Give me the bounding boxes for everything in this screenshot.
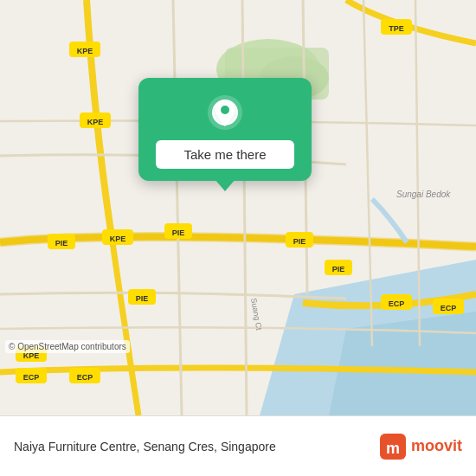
svg-text:KPE: KPE bbox=[77, 47, 93, 55]
location-popup: Take me there bbox=[138, 78, 312, 181]
svg-text:KPE: KPE bbox=[87, 118, 104, 126]
svg-text:ECP: ECP bbox=[389, 299, 405, 308]
map-attribution: © OpenStreetMap contributors bbox=[5, 340, 130, 353]
svg-text:KPE: KPE bbox=[110, 235, 126, 243]
svg-text:PIE: PIE bbox=[332, 265, 345, 273]
location-label: Naiya Furniture Centre, Senang Cres, Sin… bbox=[14, 440, 380, 453]
svg-text:ECP: ECP bbox=[77, 373, 93, 382]
svg-text:Sungai Bedok: Sungai Bedok bbox=[396, 190, 451, 199]
svg-text:PIE: PIE bbox=[55, 239, 68, 248]
svg-text:TPE: TPE bbox=[389, 24, 404, 33]
location-pin-icon bbox=[206, 93, 244, 132]
svg-text:ECP: ECP bbox=[23, 373, 40, 382]
bottom-bar: Naiya Furniture Centre, Senang Cres, Sin… bbox=[0, 415, 476, 476]
svg-text:PIE: PIE bbox=[172, 228, 185, 237]
map-container: KPE KPE KPE KPE PIE PIE PIE ECP ECP ECP … bbox=[0, 0, 476, 415]
moovit-logo: m moovit bbox=[380, 434, 462, 460]
moovit-label: moovit bbox=[411, 437, 462, 455]
take-me-there-button[interactable]: Take me there bbox=[156, 140, 294, 169]
moovit-icon: m bbox=[380, 434, 406, 460]
svg-text:ECP: ECP bbox=[441, 304, 457, 312]
svg-text:PIE: PIE bbox=[136, 294, 149, 303]
svg-text:PIE: PIE bbox=[293, 237, 306, 246]
svg-point-38 bbox=[221, 106, 229, 114]
svg-text:m: m bbox=[386, 440, 400, 457]
